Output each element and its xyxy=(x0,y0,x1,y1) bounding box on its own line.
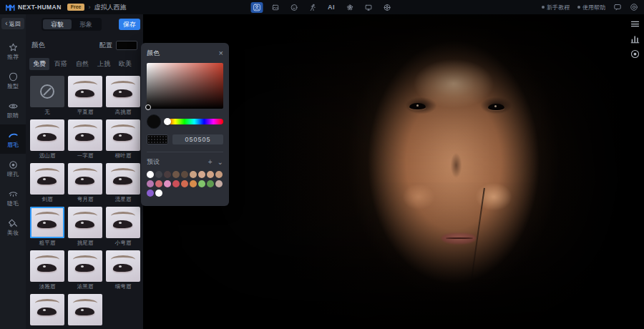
sidebar-item-makeup[interactable]: 美妆 xyxy=(0,212,26,242)
eyebrow-thumbnail xyxy=(68,163,102,195)
style-cell-9[interactable]: 粗平眉 xyxy=(30,207,64,246)
presets-label: 预设 xyxy=(147,157,160,167)
hue-slider[interactable] xyxy=(165,119,223,124)
preset-swatch-0-6[interactable] xyxy=(198,171,205,178)
preset-swatch-0-3[interactable] xyxy=(172,171,180,178)
style-cell-2[interactable]: 高挑眉 xyxy=(106,76,140,115)
motion-icon[interactable] xyxy=(307,2,319,13)
back-button[interactable]: ‹ 返回 xyxy=(1,18,24,29)
record-icon[interactable] xyxy=(630,49,640,59)
collapse-icon[interactable]: ⌄ xyxy=(218,159,223,166)
close-icon[interactable]: × xyxy=(219,49,223,57)
avatar-icon[interactable] xyxy=(251,2,263,13)
style-label: 剑眉 xyxy=(30,196,64,202)
preset-swatch-0-5[interactable] xyxy=(190,171,197,178)
thumb-eyebrow xyxy=(35,255,60,264)
style-label: 挑尾眉 xyxy=(68,240,102,246)
preset-swatch-1-7[interactable] xyxy=(207,180,214,187)
preset-swatch-1-0[interactable] xyxy=(147,180,154,187)
mode-tab-0[interactable]: 容貌 xyxy=(43,19,72,29)
sidebar-item-label: 推荐 xyxy=(7,54,19,60)
sidebar-item-lashes[interactable]: 睫毛 xyxy=(0,183,26,212)
eyebrow-thumbnail xyxy=(106,163,140,195)
feedback-icon[interactable] xyxy=(613,3,622,11)
preset-swatch-1-5[interactable] xyxy=(190,180,197,187)
style-label: 远山眉 xyxy=(30,152,64,159)
thumb-eye xyxy=(113,177,133,185)
sidebar-item-eyebrows[interactable]: 眉毛 xyxy=(0,124,26,154)
style-cell-15[interactable] xyxy=(30,294,64,329)
effects-icon[interactable] xyxy=(344,2,356,13)
save-button[interactable]: 保存 xyxy=(119,19,140,30)
thumb-eye xyxy=(37,177,57,185)
preset-swatch-1-8[interactable] xyxy=(215,180,223,187)
add-preset-icon[interactable]: + xyxy=(208,159,213,166)
current-color-circle xyxy=(147,114,161,129)
thumb-eyebrow xyxy=(73,81,98,89)
saturation-value-square[interactable] xyxy=(147,63,223,109)
style-cell-16[interactable] xyxy=(68,294,102,329)
style-cell-14[interactable]: 细弯眉 xyxy=(106,250,140,290)
mode-tab-1[interactable]: 形象 xyxy=(72,19,100,29)
style-cell-0[interactable]: 无 xyxy=(30,76,64,115)
category-tab-2[interactable]: 自然 xyxy=(72,58,92,70)
preset-swatch-1-3[interactable] xyxy=(172,180,180,187)
style-label: 柳叶眉 xyxy=(106,152,140,159)
scene-icon[interactable] xyxy=(270,2,282,13)
style-cell-12[interactable]: 淡雅眉 xyxy=(30,250,64,290)
category-tab-4[interactable]: 欧美 xyxy=(115,58,135,70)
style-label: 平直眉 xyxy=(68,109,102,115)
preset-swatch-2-0[interactable] xyxy=(147,190,154,197)
sidebar-item-pupils[interactable]: 瞳孔 xyxy=(0,154,26,183)
sv-cursor[interactable] xyxy=(145,104,151,110)
eyebrow-thumbnail xyxy=(106,119,140,151)
preset-swatch-2-1[interactable] xyxy=(155,190,162,197)
help-link[interactable]: 使用帮助 xyxy=(577,4,605,11)
screen-icon[interactable] xyxy=(363,2,375,13)
current-color-swatch[interactable] xyxy=(116,41,137,50)
category-tab-1[interactable]: 百搭 xyxy=(51,58,71,70)
sidebar-item-recommend[interactable]: 推荐 xyxy=(0,36,26,66)
eyebrow-thumbnail xyxy=(68,207,102,238)
preset-swatch-1-1[interactable] xyxy=(155,180,162,187)
preset-swatch-0-8[interactable] xyxy=(215,171,223,178)
sidebar-item-eyes[interactable]: 眼睛 xyxy=(0,95,26,124)
eyebrow-thumbnail xyxy=(68,76,102,107)
preset-swatch-0-4[interactable] xyxy=(181,171,188,178)
logo-text: NEXT-HUMAN xyxy=(18,4,62,11)
style-cell-4[interactable]: 一字眉 xyxy=(68,119,102,159)
style-cell-10[interactable]: 挑尾眉 xyxy=(68,207,102,246)
expression-icon[interactable] xyxy=(288,2,301,13)
settings-icon[interactable] xyxy=(381,2,394,13)
category-tab-3[interactable]: 上挑 xyxy=(94,58,114,70)
style-cell-11[interactable]: 小弯眉 xyxy=(106,207,140,246)
preset-swatch-0-7[interactable] xyxy=(207,171,214,178)
preset-swatch-0-0[interactable] xyxy=(147,171,154,178)
style-cell-6[interactable]: 剑眉 xyxy=(30,163,64,202)
camera-icon[interactable] xyxy=(630,3,638,11)
category-tab-0[interactable]: 免费 xyxy=(29,58,49,70)
style-label: 一字眉 xyxy=(68,152,102,159)
hex-input[interactable]: 050505 xyxy=(172,134,223,144)
stats-icon[interactable] xyxy=(630,34,640,44)
thumb-eyebrow xyxy=(111,255,136,264)
preset-swatch-0-1[interactable] xyxy=(155,171,162,178)
tutorial-link[interactable]: 新手教程 xyxy=(542,4,570,11)
hue-knob[interactable] xyxy=(164,118,171,125)
preset-swatch-0-2[interactable] xyxy=(164,171,171,178)
preset-swatch-1-6[interactable] xyxy=(198,180,205,187)
sidebar-item-face-shape[interactable]: 脸型 xyxy=(0,66,26,95)
style-cell-7[interactable]: 弯月眉 xyxy=(68,163,102,202)
expression-icon-glyph xyxy=(291,4,298,11)
thumb-eyebrow xyxy=(35,168,60,177)
preset-swatch-1-2[interactable] xyxy=(164,180,171,187)
style-cell-5[interactable]: 柳叶眉 xyxy=(106,119,140,159)
style-cell-3[interactable]: 远山眉 xyxy=(30,119,64,159)
eyebrow-thumbnail xyxy=(30,207,64,238)
style-cell-1[interactable]: 平直眉 xyxy=(68,76,102,115)
style-cell-13[interactable]: 浓黑眉 xyxy=(68,250,102,290)
preset-swatch-1-4[interactable] xyxy=(181,180,188,187)
style-cell-8[interactable]: 流星眉 xyxy=(106,163,140,202)
menu-icon[interactable] xyxy=(630,19,640,29)
ai-icon[interactable]: AI xyxy=(326,2,338,13)
